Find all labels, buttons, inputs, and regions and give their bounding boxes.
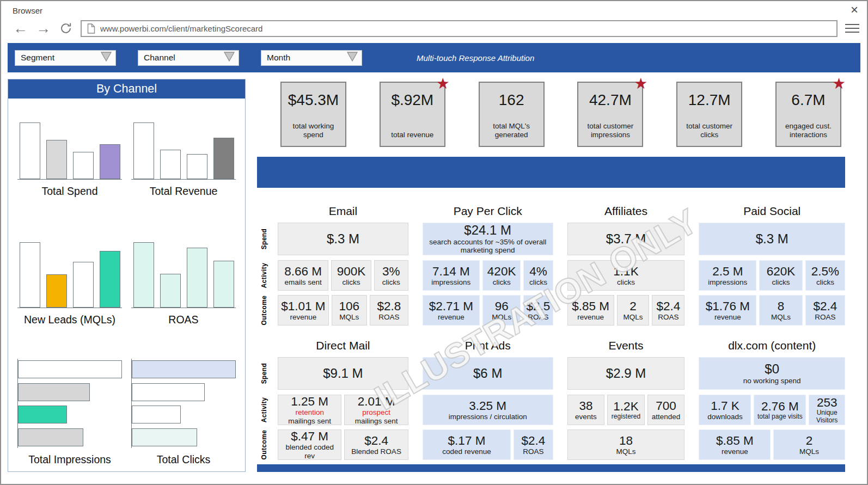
chart-bar[interactable] [73,152,94,179]
kpi-card[interactable]: 162total MQL's generated [479,82,545,147]
metric-cell[interactable]: $9.1 M [278,357,408,390]
metric-cell[interactable]: 2.5 Mimpressions [699,260,756,291]
chart-bar[interactable] [187,248,207,308]
url-bar[interactable]: www.powerbi.com/client/marketingScorecar… [81,20,838,37]
metric-cell[interactable]: $1.01 Mrevenue [278,295,329,326]
chart-bar[interactable] [133,242,154,308]
metric-value: $.17 M [448,434,486,447]
metric-cell[interactable]: $.3 M [699,223,845,255]
metric-cell[interactable]: 900Kclicks [331,260,371,291]
metric-cell[interactable]: 2.01 Mprospectmailings sent [344,395,408,425]
forward-icon[interactable]: → [36,21,51,36]
metric-cell[interactable]: 253Unique Visitors [809,395,845,425]
metric-cell[interactable]: 38events [567,395,605,425]
chart-bar[interactable] [132,383,205,401]
metric-cell[interactable]: 3.25 Mimpressions / circulation [423,395,553,425]
metric-cell[interactable]: 106MQLs [332,295,367,326]
metric-cell[interactable]: $2.4ROAS [805,295,845,326]
metric-cell[interactable]: 620Kclicks [759,260,803,291]
chart-bar[interactable] [18,406,67,423]
metric-value: 1.1K [613,265,638,278]
metric-cell[interactable]: $2.4ROAS [652,295,684,326]
chart-bar[interactable] [213,261,234,308]
row-label-activity: Activity [257,260,271,291]
chart-bar[interactable] [133,122,154,179]
chart-plot [131,122,236,180]
metric-cell[interactable]: $0no working spend [699,357,845,390]
metric-cell[interactable]: 96MQLs [482,295,521,326]
chart-bar[interactable] [46,274,67,308]
refresh-icon[interactable] [59,21,73,35]
metric-cell[interactable]: $2.4Blended ROAS [344,429,408,460]
kpi-card[interactable]: ★$.92Mtotal revenue [380,82,445,147]
metric-value: 2 [629,299,637,313]
segment-dropdown[interactable]: Segment [15,50,116,66]
metric-cell[interactable]: $.3 M [278,223,408,255]
channel-header: Direct Mail [278,339,408,353]
metric-cell[interactable]: $1.76 Mrevenue [699,295,756,326]
kpi-card[interactable]: 12.7Mtotal customer clicks [676,82,742,147]
back-icon[interactable]: ← [13,21,28,36]
metric-label: downloads [707,413,743,421]
chart-bar[interactable] [100,144,120,179]
metric-cell[interactable]: 2.76 Mtotal page visits [754,395,806,425]
chart-bar[interactable] [18,428,83,446]
metric-cell[interactable]: $2.9 M [567,357,685,390]
metric-cell[interactable]: $2.5ROAS [523,295,553,326]
chart-bar[interactable] [18,383,90,401]
chart-bar[interactable] [187,154,207,179]
channel-dropdown[interactable]: Channel [138,50,239,66]
chart-bar[interactable] [100,251,120,308]
mini-chart: Total Revenue [131,122,236,198]
chart-bar[interactable] [132,406,181,423]
metric-cell[interactable]: 1.25 Mretentionmailings sent [278,395,341,425]
metric-cell[interactable]: $2.4ROAS [514,429,553,460]
metric-cell[interactable]: $2.71 Mrevenue [423,295,480,326]
chart-bar[interactable] [132,428,197,446]
attribution-title: Multi-touch Response Attribution [417,53,534,63]
chart-bar[interactable] [20,242,40,308]
chart-bar[interactable] [46,140,67,179]
metric-cell[interactable]: $.85 Mrevenue [567,295,614,326]
right-content: $45.3Mtotal working spend★$.92Mtotal rev… [257,79,845,472]
metric-cell[interactable]: $.47 Mblended coded rev [278,429,341,460]
chevron-down-icon [100,51,113,65]
metric-cell[interactable]: 2MQLs [773,429,845,460]
blue-band [257,157,845,188]
chart-bar[interactable] [18,360,122,378]
metric-cell[interactable]: 2.5%clicks [805,260,845,291]
metric-cell[interactable]: 1.1Kclicks [567,260,685,291]
kpi-card[interactable]: ★6.7Mengaged cust. interactions [775,82,841,147]
metric-cell[interactable]: $.17 Mcoded revenue [423,429,511,460]
metric-cell[interactable]: $2.8ROAS [370,295,408,326]
metric-cell[interactable]: $.85 Mrevenue [699,429,771,460]
metric-cell[interactable]: 1.2Kregistered [607,395,645,425]
metric-cell[interactable]: 2MQLs [617,295,650,326]
chart-bar[interactable] [73,262,94,308]
chart-bar[interactable] [20,122,40,179]
chart-bar[interactable] [213,138,234,179]
metric-cell[interactable]: 700attended [647,395,685,425]
kpi-card[interactable]: ★42.7Mtotal customer impressions [577,82,643,147]
metric-cell[interactable]: 18MQLs [567,429,685,460]
chart-bar[interactable] [160,150,181,179]
kpi-card[interactable]: $45.3Mtotal working spend [280,82,346,147]
menu-icon[interactable] [845,21,859,35]
mini-chart: Total Impressions [17,359,122,466]
metric-cell[interactable]: 7.14 Mimpressions [423,260,480,291]
metric-cell[interactable]: 8.66 Memails sent [278,260,328,291]
chart-bar[interactable] [160,274,181,308]
metric-cell[interactable]: 1.7 Kdownloads [699,395,751,425]
metric-cell[interactable]: $3.7 M [567,223,685,255]
metric-row: $.3 M [278,223,408,255]
metric-cell[interactable]: 420Kclicks [482,260,521,291]
metric-cell[interactable]: 8MQLs [759,295,803,326]
metric-cell[interactable]: $24.1 Msearch accounts for ~35% of overa… [423,223,553,255]
metric-cell[interactable]: $6 M [423,357,553,390]
metric-label: MQLs [799,447,819,456]
month-dropdown[interactable]: Month [261,50,362,66]
chart-bar[interactable] [132,360,236,378]
metric-cell[interactable]: 4%clicks [523,260,553,291]
metric-cell[interactable]: 3%clicks [374,260,408,291]
close-icon[interactable]: × [851,4,858,16]
